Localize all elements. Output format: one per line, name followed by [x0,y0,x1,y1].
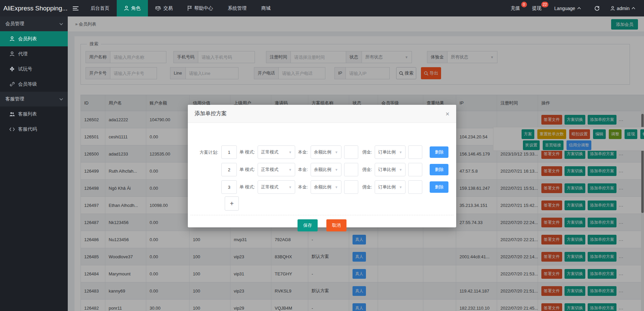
admin-label: admin [617,6,630,11]
select-arrow-icon: ▼ [335,185,338,189]
principal-amount-input[interactable] [344,180,358,194]
plan-caption: 方案计划: [200,149,218,156]
nav-label: 系统管理 [228,5,247,11]
sidebar-item-label: 试玩号 [18,66,32,72]
select-arrow-icon: ▼ [288,150,292,154]
code-icon [9,127,15,131]
scale-icon [155,6,161,11]
close-icon[interactable]: × [445,110,449,117]
modal-divider [191,215,453,215]
plan-rows: 单 模式: 正常模式▼ 本金: 余额比例▼ 佣金: 订单比例▼ 删除 单 模式:… [221,145,448,198]
sidebar-item-support-list[interactable]: 客服列表 [0,106,68,122]
principal-select-value: 余额比例 [314,149,331,155]
refresh-button[interactable] [589,6,605,11]
chevron-down-icon [59,23,63,25]
person-icon [9,36,15,41]
delete-plan-row-button[interactable]: 删除 [430,146,448,158]
mode-select-value: 正常模式 [261,184,278,190]
principal-select-value: 余额比例 [314,167,331,173]
commission-label: 佣金: [362,184,372,190]
plan-number-input[interactable] [221,145,237,159]
modal-title: 添加单控方案 [195,110,227,117]
add-control-plan-modal: 添加单控方案 × 方案计划: 单 模式: 正常模式▼ 本金: 余额比例▼ 佣金:… [188,105,456,227]
select-arrow-icon: ▼ [399,185,402,189]
mode-select[interactable]: 正常模式▼ [258,145,295,159]
withdraw-label: 提现 [532,5,542,11]
language-label: Language [554,6,575,11]
commission-label: 佣金: [362,149,372,155]
add-plan-row-button[interactable]: + [225,196,239,211]
sidebar-item-member-levels[interactable]: 会员等级 [0,77,68,92]
commission-amount-input[interactable] [408,145,422,159]
commission-select-value: 订单比例 [378,149,395,155]
nav-label: 帮助中心 [194,5,213,11]
sidebar-item-label: 会员列表 [18,36,37,42]
group-label: 会员管理 [5,21,24,27]
nav-item-dashboard[interactable]: 后台首页 [83,0,117,16]
withdraw-link[interactable]: 提现 22 [528,0,546,16]
person-icon [610,6,615,11]
sidebar-item-support-code[interactable]: 客服代码 [0,122,68,137]
sidebar-item-member-list[interactable]: 会员列表 [0,31,68,46]
admin-menu[interactable]: admin [608,6,638,11]
select-arrow-icon: ▼ [335,150,338,154]
principal-select-value: 余额比例 [314,184,331,190]
mode-select-value: 正常模式 [261,167,278,173]
sidebar-item-label: 客服代码 [18,126,37,132]
select-arrow-icon: ▼ [288,168,292,172]
commission-label: 佣金: [362,167,372,173]
top-bar: AliExpress Shopping... 后台首页 角色 交易 帮助中心 系… [0,0,644,16]
nav-item-mall[interactable]: 商城 [254,0,278,16]
principal-amount-input[interactable] [344,145,358,159]
plan-number-input[interactable] [221,180,237,194]
plan-row: 单 模式: 正常模式▼ 本金: 余额比例▼ 佣金: 订单比例▼ 删除 [221,145,448,159]
hamburger-icon [73,6,78,11]
delete-plan-row-button[interactable]: 删除 [430,181,448,193]
commission-select[interactable]: 订单比例▼ [375,163,406,176]
sidebar-item-trial-accounts[interactable]: 试玩号 [0,61,68,77]
commission-amount-input[interactable] [408,180,422,194]
flag-icon [187,6,192,11]
save-button[interactable]: 保存 [298,219,318,231]
select-arrow-icon: ▼ [399,150,402,154]
commission-select[interactable]: 订单比例▼ [375,180,406,194]
language-dropdown[interactable]: Language [549,6,586,11]
cancel-button[interactable]: 取消 [326,219,346,231]
nav-item-system[interactable]: 系统管理 [220,0,254,16]
chevron-up-icon [577,7,581,9]
person-icon [9,51,15,56]
sidebar-group-support-management[interactable]: 客服管理 [0,92,68,106]
sidebar: 会员管理 会员列表 代理 试玩号 会员等级 客服管理 [0,16,68,311]
topbar-right: 充值 0 提现 22 Language admin [506,0,644,16]
sidebar-item-agents[interactable]: 代理 [0,46,68,61]
sidebar-item-label: 代理 [18,51,28,57]
principal-select[interactable]: 余额比例▼ [311,145,341,159]
principal-label: 本金: [298,184,308,190]
commission-select[interactable]: 订单比例▼ [375,145,406,159]
principal-label: 本金: [298,167,308,173]
recharge-link[interactable]: 充值 0 [506,0,525,16]
nav-item-trade[interactable]: 交易 [148,0,180,16]
principal-amount-input[interactable] [344,163,358,176]
app-logo: AliExpress Shopping... [0,0,68,16]
person-icon [124,6,129,11]
principal-select[interactable]: 余额比例▼ [311,180,341,194]
plan-row: 单 模式: 正常模式▼ 本金: 余额比例▼ 佣金: 订单比例▼ 删除 [221,163,448,176]
principal-select[interactable]: 余额比例▼ [311,163,341,176]
nav-item-roles[interactable]: 角色 [117,0,148,16]
sidebar-group-member-management[interactable]: 会员管理 [0,16,68,31]
sidebar-toggle-button[interactable] [68,0,83,16]
unit-mode-label: 单 模式: [239,149,255,155]
mode-select[interactable]: 正常模式▼ [258,180,295,194]
chevron-up-icon [632,7,635,9]
delete-plan-row-button[interactable]: 删除 [430,164,448,175]
recharge-badge: 0 [521,2,527,7]
nav-label: 角色 [131,5,141,11]
mode-select[interactable]: 正常模式▼ [258,163,295,176]
nav-item-help-center[interactable]: 帮助中心 [180,0,220,16]
withdraw-badge: 22 [541,2,548,7]
sidebar-item-label: 客服列表 [18,111,37,117]
select-arrow-icon: ▼ [399,168,402,172]
plan-number-input[interactable] [221,163,237,176]
commission-amount-input[interactable] [408,163,422,176]
